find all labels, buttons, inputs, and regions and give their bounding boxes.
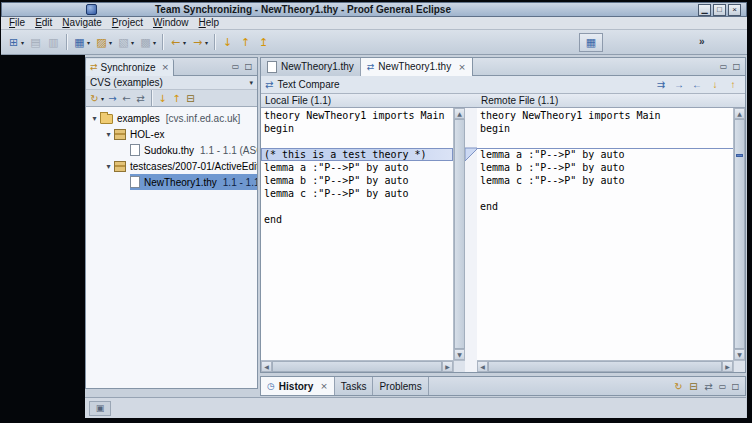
scroll-right-button[interactable]: ▶ [722,361,733,372]
menu-edit[interactable]: Edit [30,17,57,29]
tree-label: testcases/2007-01/ActiveEditorV [130,161,257,172]
scrollbar-thumb[interactable] [272,361,442,372]
vertical-scrollbar[interactable]: ▲ ▼ [733,108,745,360]
tree-row-newtheory1[interactable]: NewTheory1.thy 1.1 - 1.1 (A [86,174,257,190]
dropdown-arrow-icon: ▾ [87,39,90,46]
minimize-editor-button[interactable]: ▭ [717,60,730,73]
next-difference-button[interactable]: ↓ [156,91,169,106]
scroll-left-button[interactable]: ◀ [261,361,272,372]
maximize-view-button[interactable]: □ [242,60,255,73]
next-difference-button[interactable]: ↓ [707,77,723,92]
view-menu-button[interactable]: ▾ [249,79,253,87]
copy-current-right-to-left-button[interactable]: ← [689,77,705,92]
tab-synchronize[interactable]: ⇄ Synchronize × [86,59,174,76]
code-line: lemma a :"P-->P" by auto [480,148,733,161]
sync-change-tree: ▾ examples [cvs.inf.ed.ac.uk] ▾ HOL-ex [86,107,257,388]
tab-tasks[interactable]: Tasks [335,377,374,395]
scroll-up-button[interactable]: ▲ [454,108,465,119]
local-file-content[interactable]: theory NewTheory1 imports Main begin (* … [261,108,453,360]
copy-current-left-to-right-button[interactable]: → [671,77,687,92]
tree-row-testcases[interactable]: ▾ testcases/2007-01/ActiveEditorV [86,158,257,174]
tab-history[interactable]: ◷ History × [261,377,335,395]
expander-icon[interactable]: ▾ [103,130,114,139]
scrollbar-thumb[interactable] [488,361,722,372]
fast-view-icon: ▣ [96,403,105,413]
remote-file-content[interactable]: theory NewTheory1 imports Main begin lem… [477,108,733,360]
code-line [264,200,453,213]
close-tab-icon[interactable]: × [162,62,170,72]
previous-difference-button[interactable]: ↑ [170,91,183,106]
scroll-left-button[interactable]: ◀ [477,361,488,372]
expander-icon[interactable]: ▾ [89,114,100,123]
fast-view-button[interactable]: ▣ [89,401,111,416]
compare-editor-icon: ⇄ [367,62,375,72]
last-edit-location-button[interactable]: ↥ [255,33,272,52]
window-minimize-button[interactable]: ▁ [698,4,711,16]
back-dropdown-button[interactable]: ← ▾ [167,33,188,52]
outgoing-mode-icon: ← [121,93,132,104]
menu-file[interactable]: File [4,17,30,29]
tab-newtheory1-compare[interactable]: ⇄ NewTheory1.thy × [361,58,473,76]
window-controls: ▁ □ × [698,4,741,16]
down-arrow-icon: ↓ [221,33,234,52]
vertical-scrollbar[interactable]: ▲ ▼ [453,108,465,360]
tree-row-content: testcases/2007-01/ActiveEditorV [114,158,257,174]
new-wizard-dropdown-button[interactable]: ⊞ ▾ [5,33,26,52]
menu-project[interactable]: Project [107,17,148,29]
menu-navigate[interactable]: Navigate [57,17,106,29]
scrollbar-corner [733,360,745,372]
status-bar: ▣ [85,397,746,418]
local-file-pane: Local File (1.1) theory NewTheory1 impor… [261,94,465,372]
incoming-mode-button[interactable]: → [106,91,119,106]
close-tab-icon[interactable]: × [320,381,328,391]
open-perspective-dropdown-button[interactable]: ▦ ▾ [71,33,92,52]
maximize-view-button[interactable]: □ [729,380,742,393]
checkout-dropdown-button[interactable]: ▨ ▾ [93,33,114,52]
next-change-button[interactable]: ↓ [219,33,236,52]
link-with-editor-button[interactable]: ⇄ [701,379,716,394]
refresh-button[interactable]: ↻ [671,379,686,394]
minimize-view-button[interactable]: ▭ [229,60,242,73]
close-tab-icon[interactable]: × [458,62,466,72]
print-button[interactable]: ▥ [45,33,62,52]
tree-row-sudoku[interactable]: Sudoku.thy 1.1 - 1.1 (ASCII [86,142,257,158]
window-maximize-button[interactable]: □ [713,4,726,16]
update-dropdown-button[interactable]: ▩ ▾ [137,33,158,52]
window-close-button[interactable]: × [728,4,741,16]
maximize-editor-button[interactable]: □ [730,60,743,73]
expander-icon[interactable]: ▾ [103,162,114,171]
forward-dropdown-button[interactable]: → ▾ [189,33,210,52]
horizontal-scrollbar[interactable]: ◀ ▶ [261,360,453,372]
team-synchronizing-perspective-button[interactable]: ▦ [579,33,603,52]
minimize-view-button[interactable]: ▭ [716,380,729,393]
scrollbar-thumb[interactable] [454,119,465,349]
sync-scope-bar: CVS (examples) ▾ [86,76,257,90]
scroll-right-button[interactable]: ▶ [442,361,453,372]
scrollbar-corner [453,360,465,372]
horizontal-scrollbar[interactable]: ◀ ▶ [477,360,733,372]
synchronize-dropdown-button[interactable]: ↻ ▾ [88,91,105,106]
collapse-all-button[interactable]: ⊟ [184,91,197,106]
perspective-overflow-button[interactable]: » [696,34,708,49]
tab-problems[interactable]: Problems [373,377,428,395]
tree-row-examples[interactable]: ▾ examples [cvs.inf.ed.ac.uk] [86,110,257,126]
tab-newtheory1-editor[interactable]: NewTheory1.thy [261,58,361,76]
editor-area: NewTheory1.thy ⇄ NewTheory1.thy × ▭ □ ⇄ … [260,57,746,373]
commit-dropdown-button[interactable]: ▧ ▾ [115,33,136,52]
previous-change-button[interactable]: ↑ [237,33,254,52]
scroll-down-button[interactable]: ▼ [454,349,465,360]
both-mode-button[interactable]: ⇄ [134,91,147,106]
previous-difference-button[interactable]: ↑ [725,77,741,92]
code-line: lemma c :"P-->P" by auto [264,187,453,200]
diff-overview-marker[interactable] [736,154,743,157]
tree-row-hol-ex[interactable]: ▾ HOL-ex [86,126,257,142]
copy-all-left-to-right-button[interactable]: ⇉ [653,77,669,92]
collapse-all-button[interactable]: ⊟ [686,379,701,394]
outgoing-mode-button[interactable]: ← [120,91,133,106]
scroll-down-button[interactable]: ▼ [734,349,745,360]
menu-help[interactable]: Help [194,17,225,29]
menu-window[interactable]: Window [148,17,194,29]
save-button[interactable]: ▤ [27,33,44,52]
scroll-up-button[interactable]: ▲ [734,108,745,119]
window-titlebar[interactable]: Team Synchronizing - NewTheory1.thy - Pr… [1,2,747,17]
